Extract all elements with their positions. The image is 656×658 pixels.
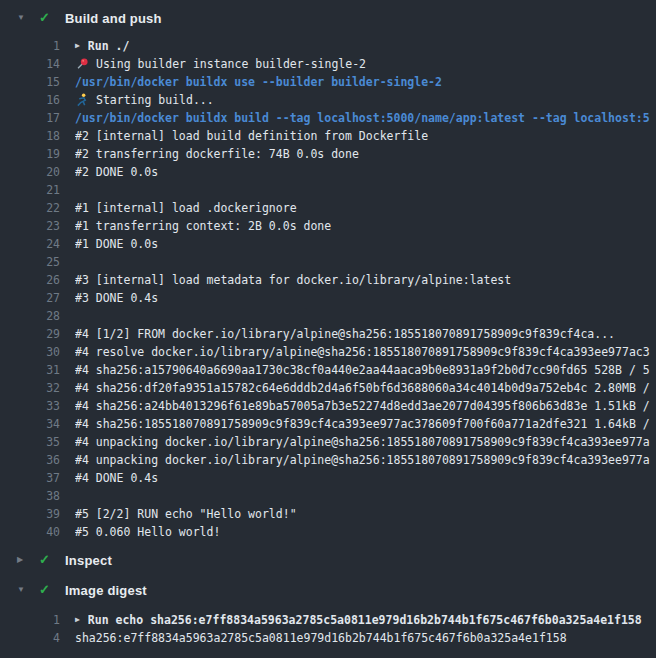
log-text: #5 [2/2] RUN echo "Hello world!"	[75, 505, 297, 523]
log-text: #4 unpacking docker.io/library/alpine@sh…	[75, 451, 650, 469]
line-number[interactable]: 22	[0, 199, 60, 217]
expand-run-icon[interactable]: ▶	[75, 611, 80, 629]
line-number[interactable]: 20	[0, 163, 60, 181]
line-number[interactable]: 33	[0, 397, 60, 415]
line-content: #4 resolve docker.io/library/alpine@sha2…	[60, 343, 656, 361]
line-number[interactable]: 28	[0, 307, 60, 325]
line-number[interactable]: 31	[0, 361, 60, 379]
line-content: #4 sha256:185518070891758909c9f839cf4ca3…	[60, 415, 656, 433]
section-title: Image digest	[65, 583, 147, 598]
line-number[interactable]: 29	[0, 325, 60, 343]
line-content: sha256:e7ff8834a5963a2785c5a0811e979d16b…	[60, 629, 656, 647]
line-number[interactable]: 19	[0, 145, 60, 163]
line-number[interactable]: 21	[0, 181, 60, 199]
line-number[interactable]: 17	[0, 109, 60, 127]
chevron-right-icon[interactable]: ▶	[17, 549, 39, 571]
line-number[interactable]: 34	[0, 415, 60, 433]
log-text: #4 DONE 0.4s	[75, 469, 158, 487]
line-number[interactable]: 27	[0, 289, 60, 307]
line-number[interactable]: 16	[0, 91, 60, 109]
section-header-build-and-push[interactable]: ▼✓Build and push	[0, 7, 656, 29]
line-content: ▶Run echo sha256:e7ff8834a5963a2785c5a08…	[60, 611, 656, 629]
log-line: 38	[0, 487, 656, 505]
line-number[interactable]: 38	[0, 487, 60, 505]
log-text: /usr/bin/docker buildx use --builder bui…	[75, 73, 442, 91]
log-line: 33#4 sha256:a24bb4013296f61e89ba57005a7b…	[0, 397, 656, 415]
line-content: #2 transferring dockerfile: 74B 0.0s don…	[60, 145, 656, 163]
log-line: 19#2 transferring dockerfile: 74B 0.0s d…	[0, 145, 656, 163]
log-line: 15/usr/bin/docker buildx use --builder b…	[0, 73, 656, 91]
line-content	[60, 253, 656, 271]
log-lines-image-digest: 1▶Run echo sha256:e7ff8834a5963a2785c5a0…	[0, 611, 656, 647]
log-line: 31#4 sha256:a15790640a6690aa1730c38cf0a4…	[0, 361, 656, 379]
line-content: #5 0.060 Hello world!	[60, 523, 656, 541]
log-line: 16Starting build...	[0, 91, 656, 109]
pushpin-icon	[75, 57, 89, 71]
line-number[interactable]: 23	[0, 217, 60, 235]
line-number[interactable]: 18	[0, 127, 60, 145]
section-title: Build and push	[65, 11, 162, 26]
log-line: 27#3 DONE 0.4s	[0, 289, 656, 307]
line-content: Starting build...	[60, 91, 656, 109]
log-text: #2 DONE 0.0s	[75, 163, 158, 181]
log-line: 39#5 [2/2] RUN echo "Hello world!"	[0, 505, 656, 523]
log-text: #3 [internal] load metadata for docker.i…	[75, 271, 511, 289]
log-line: 37#4 DONE 0.4s	[0, 469, 656, 487]
line-number[interactable]: 15	[0, 73, 60, 91]
line-content: #4 unpacking docker.io/library/alpine@sh…	[60, 433, 656, 451]
log-text: #2 transferring dockerfile: 74B 0.0s don…	[75, 145, 359, 163]
line-number[interactable]: 35	[0, 433, 60, 451]
success-check-icon: ✓	[39, 7, 65, 29]
log-line: 18#2 [internal] load build definition fr…	[0, 127, 656, 145]
log-line: 26#3 [internal] load metadata for docker…	[0, 271, 656, 289]
log-line: 34#4 sha256:185518070891758909c9f839cf4c…	[0, 415, 656, 433]
log-text: #1 DONE 0.0s	[75, 235, 158, 253]
line-number[interactable]: 30	[0, 343, 60, 361]
chevron-down-icon[interactable]: ▼	[17, 7, 39, 29]
line-number[interactable]: 1	[0, 37, 60, 55]
log-line: 24#1 DONE 0.0s	[0, 235, 656, 253]
log-text: #4 unpacking docker.io/library/alpine@sh…	[75, 433, 650, 451]
line-number[interactable]: 39	[0, 505, 60, 523]
line-number[interactable]: 26	[0, 271, 60, 289]
log-line: 29#4 [1/2] FROM docker.io/library/alpine…	[0, 325, 656, 343]
line-number[interactable]: 36	[0, 451, 60, 469]
log-line: 25	[0, 253, 656, 271]
log-line: 1▶Run ./	[0, 37, 656, 55]
log-text: #3 DONE 0.4s	[75, 289, 158, 307]
log-line: 36#4 unpacking docker.io/library/alpine@…	[0, 451, 656, 469]
line-content	[60, 307, 656, 325]
line-number[interactable]: 25	[0, 253, 60, 271]
log-text: Using builder instance builder-single-2	[96, 55, 366, 73]
expand-run-icon[interactable]: ▶	[75, 37, 80, 55]
log-text: Run echo sha256:e7ff8834a5963a2785c5a081…	[88, 611, 642, 629]
log-line: 30#4 resolve docker.io/library/alpine@sh…	[0, 343, 656, 361]
section-header-inspect[interactable]: ▶✓Inspect	[0, 549, 656, 571]
section-title: Inspect	[65, 553, 112, 568]
line-content: #3 DONE 0.4s	[60, 289, 656, 307]
line-number[interactable]: 32	[0, 379, 60, 397]
line-content: ▶Run ./	[60, 37, 656, 55]
log-line: 32#4 sha256:df20fa9351a15782c64e6dddb2d4…	[0, 379, 656, 397]
line-number[interactable]: 4	[0, 629, 60, 647]
section-header-image-digest[interactable]: ▼✓Image digest	[0, 579, 656, 601]
line-content: /usr/bin/docker buildx use --builder bui…	[60, 73, 656, 91]
line-number[interactable]: 24	[0, 235, 60, 253]
line-number[interactable]: 1	[0, 611, 60, 629]
log-text: #4 [1/2] FROM docker.io/library/alpine@s…	[75, 325, 615, 343]
log-text: #4 resolve docker.io/library/alpine@sha2…	[75, 343, 650, 361]
log-text: #4 sha256:a15790640a6690aa1730c38cf0a440…	[75, 361, 650, 379]
log-text: #1 transferring context: 2B 0.0s done	[75, 217, 331, 235]
line-number[interactable]: 37	[0, 469, 60, 487]
line-number[interactable]: 40	[0, 523, 60, 541]
line-content: #1 transferring context: 2B 0.0s done	[60, 217, 656, 235]
log-text: #4 sha256:df20fa9351a15782c64e6dddb2d4a6…	[75, 379, 650, 397]
line-content	[60, 181, 656, 199]
log-text: #1 [internal] load .dockerignore	[75, 199, 297, 217]
line-content: #4 DONE 0.4s	[60, 469, 656, 487]
line-content: Using builder instance builder-single-2	[60, 55, 656, 73]
line-number[interactable]: 14	[0, 55, 60, 73]
log-lines-build-and-push: 1▶Run ./14Using builder instance builder…	[0, 37, 656, 541]
chevron-down-icon[interactable]: ▼	[17, 579, 39, 601]
log-text: #5 0.060 Hello world!	[75, 523, 220, 541]
